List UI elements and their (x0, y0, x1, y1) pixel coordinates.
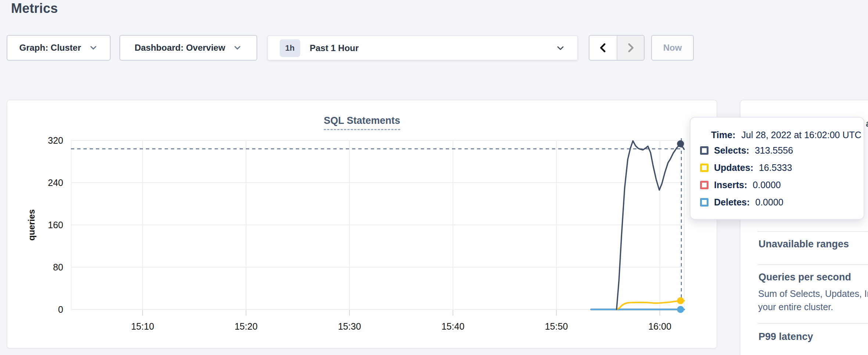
dashboard-dropdown-label: Dashboard: Overview (134, 43, 225, 53)
next-time-button[interactable] (617, 36, 644, 60)
tooltip-row-label: Selects: (714, 145, 749, 156)
prev-time-button[interactable] (589, 36, 617, 60)
series-swatch-icon (700, 181, 709, 189)
series-swatch-icon (700, 164, 709, 172)
sidebar-item-description-line: your entire cluster. (758, 302, 833, 312)
tooltip-row-label: Deletes: (714, 197, 750, 208)
divider (758, 323, 868, 324)
chevron-down-icon (555, 43, 566, 53)
tooltip-row-deletes: Deletes:0.0000 (700, 194, 864, 211)
tooltip-row-inserts: Inserts:0.0000 (700, 176, 864, 194)
graph-dropdown-label: Graph: Cluster (19, 43, 81, 53)
chevron-down-icon (89, 43, 98, 53)
divider (758, 231, 868, 232)
tooltip-row-value: 0.0000 (753, 180, 781, 190)
chevron-right-icon (624, 42, 637, 54)
tooltip-row-value: 313.5556 (755, 145, 793, 156)
now-button[interactable]: Now (651, 35, 694, 61)
y-axis-label: queries (26, 209, 37, 240)
tooltip-time-value: Jul 28, 2022 at 16:02:00 UTC (741, 130, 861, 140)
edge-clipped-text: a (866, 118, 868, 129)
tooltip-row-selects: Selects:313.5556 (700, 142, 864, 159)
sidebar-item-queries-per-second: Queries per second (758, 272, 851, 283)
tooltip-row-label: Inserts: (714, 180, 747, 190)
page-title: Metrics (11, 1, 58, 16)
tooltip-series-rows: Selects:313.5556Updates:16.5333Inserts:0… (700, 142, 864, 211)
sidebar-item-p99-latency: P99 latency (758, 331, 813, 343)
graph-dropdown[interactable]: Graph: Cluster (7, 35, 111, 61)
sidebar-item-description-line: Sum of Selects, Updates, Inserts and Del… (758, 288, 868, 299)
dashboard-dropdown[interactable]: Dashboard: Overview (119, 35, 257, 61)
time-range-label: Past 1 Hour (310, 43, 359, 53)
tooltip-time-label: Time: (711, 130, 735, 140)
series-swatch-icon (700, 198, 709, 207)
time-step-button-group (589, 35, 645, 61)
tooltip-time-row: Time: Jul 28, 2022 at 16:02:00 UTC (711, 128, 864, 142)
tooltip-row-updates: Updates:16.5333 (700, 159, 864, 176)
sidebar-item-unavailable-ranges: Unavailable ranges (758, 239, 849, 250)
series-swatch-icon (700, 146, 709, 155)
sql-statements-chart-card: SQL Statements (7, 100, 717, 349)
divider (758, 264, 868, 265)
time-range-selector[interactable]: 1h Past 1 Hour (267, 35, 578, 61)
chart-title[interactable]: SQL Statements (324, 115, 400, 130)
tooltip-row-value: 0.0000 (755, 197, 783, 208)
tooltip-row-label: Updates: (714, 162, 753, 173)
chart-hover-tooltip: Time: Jul 28, 2022 at 16:02:00 UTC Selec… (690, 117, 864, 220)
chevron-down-icon (233, 43, 242, 53)
chevron-left-icon (597, 42, 609, 54)
tooltip-row-value: 16.5333 (759, 162, 792, 173)
time-range-badge: 1h (280, 39, 300, 57)
